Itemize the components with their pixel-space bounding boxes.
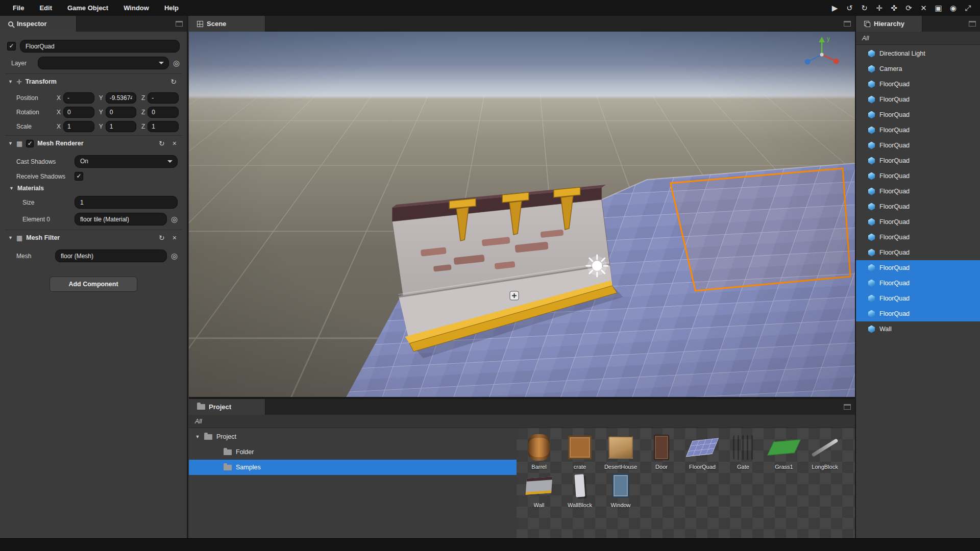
asset-thumbnail — [605, 471, 636, 500]
add-component-button[interactable]: Add Component — [50, 277, 137, 292]
redo-icon[interactable]: ↻ — [857, 1, 871, 15]
project-filter[interactable]: All — [189, 415, 855, 428]
materials-subheader[interactable]: ▼ Materials — [9, 185, 179, 192]
transform-z-field[interactable] — [148, 92, 179, 104]
mesh-field[interactable] — [55, 249, 167, 262]
hierarchy-filter[interactable]: All — [856, 32, 980, 45]
close-icon[interactable]: × — [170, 139, 179, 147]
menu-file[interactable]: File — [5, 4, 32, 12]
hierarchy-item-floorquad[interactable]: FloorQuad — [856, 291, 980, 306]
play-icon[interactable]: ▶ — [828, 1, 842, 15]
undo-icon[interactable]: ↺ — [843, 1, 856, 15]
mesh-filter-header[interactable]: ▼ ▦ Mesh Filter ↻ × — [5, 230, 182, 245]
hierarchy-item-floorquad[interactable]: FloorQuad — [856, 122, 980, 138]
transform-x-field[interactable] — [63, 121, 94, 132]
panel-menu-icon[interactable] — [969, 21, 976, 27]
caret-down-icon: ▼ — [9, 186, 14, 191]
move-tool-icon[interactable]: ✜ — [887, 1, 901, 15]
reset-icon[interactable]: ↻ — [157, 139, 167, 147]
hand-tool-icon[interactable]: ✛ — [872, 1, 886, 15]
transform-x-field[interactable] — [63, 107, 94, 118]
add-gizmo-icon[interactable] — [510, 291, 519, 300]
project-panel: Project All ▼ Project Folder Samples Bar… — [189, 397, 855, 538]
hierarchy-item-floorquad[interactable]: FloorQuad — [856, 306, 980, 321]
expand-icon[interactable]: ⤢ — [961, 1, 975, 15]
hierarchy-item-floorquad[interactable]: FloorQuad — [856, 92, 980, 107]
transform-header[interactable]: ▼ ✛ Transform ↻ — [5, 74, 182, 89]
delete-icon[interactable]: ✕ — [917, 1, 930, 15]
reset-icon[interactable]: ↻ — [157, 234, 167, 242]
project-tree-project[interactable]: ▼ Project — [189, 429, 517, 444]
tab-project[interactable]: Project — [189, 399, 265, 415]
panel-menu-icon[interactable] — [844, 404, 851, 410]
hierarchy-item-floorquad[interactable]: FloorQuad — [856, 184, 980, 199]
layer-picker-icon[interactable]: ◎ — [173, 59, 180, 68]
asset-longblock[interactable]: LongBlock — [804, 433, 845, 470]
mesh-renderer-enabled-checkbox[interactable] — [26, 140, 34, 147]
element0-field[interactable] — [75, 213, 167, 226]
tab-inspector[interactable]: Inspector — [0, 16, 77, 32]
mesh-renderer-header[interactable]: ▼ ▦ Mesh Renderer ↻ × — [5, 136, 182, 151]
cast-shadows-dropdown[interactable]: On — [75, 155, 178, 168]
mesh-picker-icon[interactable]: ◎ — [171, 252, 178, 261]
asset-grass1[interactable]: Grass1 — [764, 433, 804, 470]
asset-deserthouse[interactable]: DesertHouse — [600, 433, 641, 470]
layer-dropdown[interactable] — [38, 57, 169, 69]
cube-icon — [868, 157, 875, 165]
panel-menu-icon[interactable] — [844, 21, 851, 27]
hierarchy-item-floorquad[interactable]: FloorQuad — [856, 107, 980, 122]
transform-y-field[interactable] — [106, 92, 137, 104]
hierarchy-item-floorquad[interactable]: FloorQuad — [856, 230, 980, 245]
hierarchy-item-floorquad[interactable]: FloorQuad — [856, 77, 980, 92]
asset-window[interactable]: Window — [600, 471, 641, 508]
receive-shadows-checkbox[interactable] — [75, 172, 83, 181]
hierarchy-item-floorquad[interactable]: FloorQuad — [856, 214, 980, 230]
transform-x-field[interactable] — [63, 92, 94, 104]
asset-gate[interactable]: Gate — [723, 433, 764, 470]
hierarchy-item-floorquad[interactable]: FloorQuad — [856, 245, 980, 260]
light-gizmo-icon[interactable] — [586, 255, 608, 277]
project-tree-samples[interactable]: Samples — [189, 460, 517, 475]
hierarchy-item-directional-light[interactable]: Directional Light — [856, 46, 980, 61]
orientation-gizmo[interactable]: y — [805, 35, 839, 65]
reset-icon[interactable]: ↻ — [168, 78, 179, 86]
menu-edit[interactable]: Edit — [32, 4, 60, 12]
size-field[interactable] — [75, 196, 178, 209]
asset-barrel[interactable]: Barrel — [519, 433, 559, 470]
sync-icon[interactable]: ⟳ — [902, 1, 916, 15]
panel-menu-icon[interactable] — [176, 21, 183, 27]
hierarchy-item-camera[interactable]: Camera — [856, 61, 980, 77]
tab-hierarchy[interactable]: Hierarchy — [856, 16, 922, 32]
asset-wallblock[interactable]: WallBlock — [559, 471, 600, 508]
object-name-field[interactable] — [20, 40, 180, 53]
menu-window[interactable]: Window — [116, 4, 157, 12]
close-icon[interactable]: × — [170, 234, 179, 242]
hierarchy-item-floorquad[interactable]: FloorQuad — [856, 168, 980, 184]
scene-viewport[interactable]: y — [189, 32, 855, 397]
camera-icon — [868, 65, 875, 73]
hierarchy-item-floorquad[interactable]: FloorQuad — [856, 199, 980, 214]
sphere-icon[interactable]: ◉ — [946, 1, 960, 15]
hierarchy-item-label: FloorQuad — [879, 295, 910, 302]
axis-x-label: X — [55, 94, 61, 102]
hierarchy-item-floorquad[interactable]: FloorQuad — [856, 138, 980, 153]
transform-y-field[interactable] — [106, 121, 137, 132]
project-tree-folder[interactable]: Folder — [189, 444, 517, 460]
menu-game-object[interactable]: Game Object — [60, 4, 116, 12]
asset-crate[interactable]: crate — [559, 433, 600, 470]
asset-floorquad[interactable]: FloorQuad — [682, 433, 723, 470]
asset-wall[interactable]: Wall — [519, 471, 559, 508]
active-checkbox[interactable] — [7, 42, 16, 51]
material-picker-icon[interactable]: ◎ — [171, 215, 178, 224]
hierarchy-item-floorquad[interactable]: FloorQuad — [856, 276, 980, 291]
asset-door[interactable]: Door — [641, 433, 682, 470]
menu-help[interactable]: Help — [157, 4, 186, 12]
hierarchy-item-wall[interactable]: Wall — [856, 321, 980, 337]
tab-scene[interactable]: Scene — [189, 16, 265, 32]
transform-z-field[interactable] — [148, 121, 179, 132]
transform-y-field[interactable] — [106, 107, 137, 118]
hierarchy-item-floorquad[interactable]: FloorQuad — [856, 260, 980, 276]
transform-z-field[interactable] — [148, 107, 179, 118]
frame-select-icon[interactable]: ▣ — [932, 1, 945, 15]
hierarchy-item-floorquad[interactable]: FloorQuad — [856, 153, 980, 168]
